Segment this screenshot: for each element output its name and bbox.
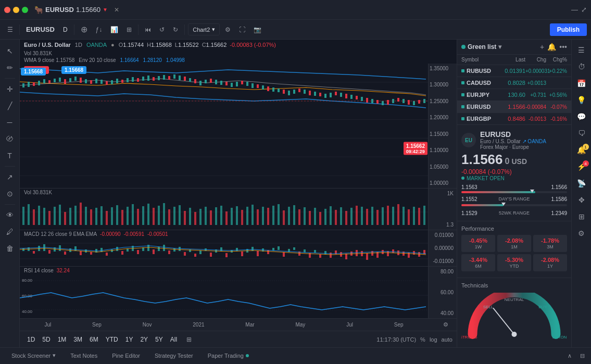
sidebar-settings-btn[interactable]: ⚙: [573, 226, 590, 241]
watchlist-table-header: Symbol Last Chg Chg%: [457, 55, 571, 65]
svg-rect-58: [293, 90, 295, 94]
draw-tool[interactable]: ✏: [2, 60, 18, 75]
magnet-tool[interactable]: 🖊: [2, 224, 18, 239]
time-settings-button[interactable]: ⚙: [441, 320, 450, 329]
tf-1d[interactable]: 1D: [24, 334, 38, 345]
hline-tool[interactable]: ─: [2, 115, 18, 130]
tf-ytd[interactable]: YTD: [103, 334, 121, 345]
svg-rect-144: [314, 208, 316, 225]
watchlist-row-cadusd[interactable]: CADUSD 0.8028 +0.0013: [457, 77, 571, 89]
tab-text-notes[interactable]: Text Notes: [63, 348, 105, 365]
tf-6m[interactable]: 6M: [86, 334, 102, 345]
tf-1m[interactable]: 1M: [55, 334, 70, 345]
replay-button[interactable]: ⏮: [142, 24, 154, 35]
main-chart-svg[interactable]: [20, 64, 457, 188]
redo-button[interactable]: ↻: [170, 24, 181, 35]
tab-stock-screener[interactable]: Stock Screener ▾: [4, 348, 63, 365]
undo-button[interactable]: ↺: [156, 24, 168, 35]
chart-type-button[interactable]: 📊: [107, 24, 121, 35]
compare-button[interactable]: ⊕: [78, 22, 91, 36]
sidebar-layers-btn[interactable]: ⊞: [573, 209, 590, 224]
measure-tool[interactable]: ↗: [2, 170, 18, 184]
toolbar-sep-2: [74, 24, 74, 35]
tf-3m[interactable]: 3M: [70, 334, 85, 345]
price-6: 1.10000: [430, 147, 456, 153]
main-chart[interactable]: 1.15668: [20, 64, 457, 188]
zoom-tool[interactable]: ⊙: [2, 186, 18, 201]
collapse-btn[interactable]: ∧: [565, 352, 574, 360]
sym-eurjpy: EURJPY: [461, 92, 494, 98]
fullscreen-button[interactable]: ⛶: [236, 24, 248, 35]
chart2-button[interactable]: Chart2 ▾: [188, 23, 220, 35]
perf-val-3m: -1.78%: [535, 237, 565, 244]
sidebar-watchlist-btn[interactable]: ☰: [573, 43, 590, 57]
minimize-window-btn[interactable]: [13, 7, 19, 13]
indicators-button[interactable]: ƒ↓: [93, 24, 106, 35]
screenshot-button[interactable]: 📷: [250, 24, 265, 35]
sidebar-clock-btn[interactable]: ⏱: [573, 59, 590, 74]
log-btn[interactable]: log: [430, 336, 437, 343]
chart-canvas-area[interactable]: 1.15668: [20, 64, 457, 188]
tf-2y[interactable]: 2Y: [137, 334, 151, 345]
watchlist-row-eurgbp[interactable]: EURGBP 0.8486 -0.0013 -0.16%: [457, 113, 571, 125]
percent-btn[interactable]: %: [420, 336, 425, 343]
sidebar-alerts-btn[interactable]: ⚡ 4: [573, 159, 590, 174]
sidebar-notifications-btn[interactable]: 🔔 1: [573, 143, 590, 157]
sidebar-calendar-btn[interactable]: 📅: [573, 76, 590, 91]
crosshair-tool[interactable]: ✛: [2, 82, 18, 96]
menu-button[interactable]: ☰: [4, 24, 16, 35]
eye-tool[interactable]: 👁: [2, 208, 18, 222]
sidebar-chat-btn[interactable]: 💬: [573, 109, 590, 124]
tab-paper-trading[interactable]: Paper Trading: [200, 348, 256, 365]
maximize-window-btn[interactable]: [22, 7, 28, 13]
tab-close-btn[interactable]: ✕: [114, 6, 119, 14]
tab-strategy-tester[interactable]: Strategy Tester: [147, 348, 200, 365]
sidebar-message-btn[interactable]: 🗨: [573, 126, 590, 141]
top-minimize-icon[interactable]: —: [571, 6, 578, 14]
fib-tool[interactable]: 〄: [2, 132, 18, 146]
tf-all[interactable]: All: [167, 334, 180, 345]
watchlist-notifications-btn[interactable]: 🔔: [547, 43, 556, 51]
tf-5d[interactable]: 5D: [39, 334, 53, 345]
tab-pine-editor[interactable]: Pine Editor: [105, 348, 147, 365]
timeframe-button[interactable]: D: [60, 24, 71, 35]
tf-1y[interactable]: 1Y: [122, 334, 136, 345]
watchlist-row-rubusd[interactable]: RUBUSD 0.01391 +0.000031 +0.22%: [457, 65, 571, 77]
sidebar-broadcast-btn[interactable]: 📡: [573, 176, 590, 191]
auto-btn[interactable]: auto: [442, 336, 452, 343]
price-3: 1.25000: [430, 98, 456, 104]
pine-editor-label: Pine Editor: [112, 353, 140, 359]
svg-rect-108: [127, 207, 129, 225]
svg-text:80.00: 80.00: [22, 278, 33, 283]
svg-rect-169: [22, 248, 24, 251]
chart-settings-button[interactable]: ⚙: [222, 24, 234, 35]
low-value: 1.15522: [178, 42, 199, 48]
cursor-tool[interactable]: ↖: [2, 44, 18, 58]
price-7: 1.05000: [430, 164, 456, 170]
chgp-eurusd: -0.07%: [546, 104, 567, 110]
tf-5y[interactable]: 5Y: [152, 334, 166, 345]
trash-tool[interactable]: 🗑: [2, 241, 18, 256]
watchlist-more-btn[interactable]: •••: [559, 43, 567, 51]
minimize-panel-btn[interactable]: ⊟: [578, 352, 587, 360]
svg-rect-38: [189, 78, 191, 82]
vol-bars: [22, 203, 425, 225]
watchlist-row-eurjpy[interactable]: EURJPY 130.60 +0.731 +0.56%: [457, 89, 571, 101]
watchlist-row-eurusd[interactable]: EURUSD 1.1566 -0.00084 -0.07%: [457, 101, 571, 113]
sidebar-cursor-btn[interactable]: ✥: [573, 193, 590, 207]
add-watchlist-btn[interactable]: +: [540, 43, 544, 51]
text-tool[interactable]: T: [2, 148, 18, 163]
sidebar-lightbulb-btn[interactable]: 💡: [573, 93, 590, 107]
templates-button[interactable]: ⊞: [123, 24, 135, 35]
si-source-link[interactable]: ↗ OANDA: [522, 139, 546, 144]
perf-val-ytd: -5.30%: [499, 257, 529, 263]
top-expand-icon[interactable]: ⤢: [581, 6, 587, 14]
svg-line-253: [494, 308, 514, 334]
publish-button[interactable]: Publish: [550, 23, 587, 36]
symbol-button[interactable]: EURUSD: [23, 23, 58, 35]
line-tool[interactable]: ╱: [2, 98, 18, 113]
tf-compare-icon[interactable]: ⊞: [183, 334, 195, 345]
indicator-wma-line: WMA 9 close 1.15758 Env 20 10 close 1.16…: [20, 57, 457, 64]
close-window-btn[interactable]: [4, 7, 10, 13]
chg-rubusd: +0.000031: [525, 68, 546, 74]
